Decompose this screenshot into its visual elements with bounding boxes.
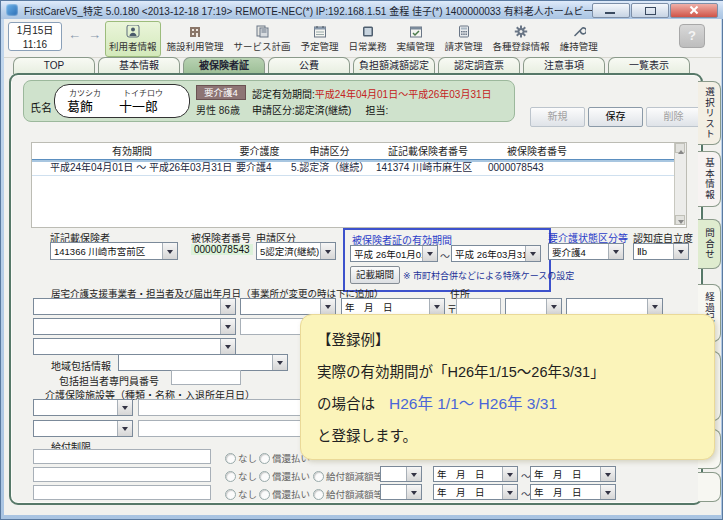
table-scrollbar[interactable]	[674, 143, 686, 225]
toolbar-button-施設利用管理[interactable]: 施設利用管理	[163, 21, 228, 57]
toolbar-button-請求管理[interactable]: 請求管理	[441, 21, 487, 57]
benefit-from-date-2[interactable]: 年 月 日	[433, 466, 518, 482]
scroll-up-icon[interactable]	[675, 143, 685, 153]
application-class: 申請区分:認定済(継続)担当:	[252, 102, 388, 117]
application-select[interactable]: 5認定済(継続)	[256, 242, 336, 260]
benefit-none-radio-1[interactable]: なし	[225, 451, 257, 465]
scroll-down-icon[interactable]	[675, 215, 685, 225]
table-cell: 要介護4	[232, 160, 287, 175]
benefit-field-3[interactable]	[33, 485, 211, 500]
care-level-badge: 要介護4	[196, 85, 246, 100]
minimize-button[interactable]	[592, 3, 630, 18]
toolbar-button-利用者情報[interactable]: 利用者情報	[105, 21, 161, 57]
tab-strip: TOP基本情報被保険者証公費負担額減額認定認定調査票注意事項一覧表示	[13, 57, 690, 74]
tab-被保険者証[interactable]: 被保険者証	[183, 57, 265, 74]
back-arrow-icon[interactable]: ←	[68, 27, 81, 42]
plan-document-icon	[255, 25, 269, 39]
support-office-select-1[interactable]	[33, 298, 236, 315]
support-office-select-3[interactable]	[33, 338, 236, 355]
note-line2: の場合はH26年 1/1～ H26年 3/31	[317, 389, 698, 421]
insurance-history-table[interactable]: 有効期間要介護度申請区分証記載保険者番号被保険者番号 平成24年04月01日 ～…	[31, 142, 687, 228]
tab-認定調査票[interactable]: 認定調査票	[438, 57, 520, 74]
datetime-display: 1月15日 11:16	[8, 22, 62, 51]
app-icon	[6, 4, 18, 16]
tab-負担額減額認定[interactable]: 負担額減額認定	[353, 57, 435, 74]
benefit-field-1[interactable]	[33, 449, 211, 464]
toolbar-button-label: 各種登録情報	[493, 39, 550, 53]
daily-work-icon	[361, 25, 375, 39]
table-header-cell: 証記載保険者番号	[372, 143, 484, 159]
kisai-period-button[interactable]: 記載期間	[350, 266, 400, 284]
billing-calculator-icon	[457, 25, 471, 39]
tab-一覧表示[interactable]: 一覧表示	[608, 57, 690, 74]
validity-to-select[interactable]: 平成 26年03月31日	[451, 245, 541, 262]
side-tab-empty[interactable]	[698, 472, 721, 502]
benefit-reduction-radio-3[interactable]: 給付額減額等	[313, 487, 383, 501]
benefit-none-radio-2[interactable]: なし	[225, 469, 257, 483]
toolbar-button-label: 施設利用管理	[167, 39, 224, 53]
support-staff-select-1[interactable]	[240, 298, 336, 315]
tab-公費[interactable]: 公費	[268, 57, 350, 74]
schedule-calendar-icon	[313, 25, 327, 39]
save-button[interactable]: 保存	[588, 107, 643, 127]
wrench-icon	[572, 25, 586, 39]
benefit-reduction-select-3[interactable]	[380, 484, 422, 500]
side-tab-基本情報[interactable]: 基本情報	[698, 151, 721, 207]
toolbar-button-維持管理[interactable]: 維持管理	[556, 21, 602, 57]
insurer-select[interactable]: 141366 川崎市宮前区	[50, 242, 178, 260]
tab-基本情報[interactable]: 基本情報	[98, 57, 180, 74]
support-office-select-2[interactable]	[33, 318, 236, 335]
registration-example-note: 【登録例】 実際の有効期間が「H26年1/15～26年3/31」 の場合はH26…	[300, 314, 715, 460]
tab-注意事項[interactable]: 注意事項	[523, 57, 605, 74]
toolbar-button-予定管理[interactable]: 予定管理	[297, 21, 343, 57]
table-row[interactable]: 平成24年04月01日 ～ 平成26年03月31日要介護45.認定済（継続）14…	[32, 160, 686, 176]
note-line3: と登録します。	[317, 421, 698, 453]
table-header-cell: 被保険者番号	[484, 143, 590, 159]
validity-from-select[interactable]: 平成 26年01月01日	[350, 245, 438, 262]
insured-no-label: 被保険者番号	[191, 230, 251, 245]
benefit-reduction-select-2[interactable]	[380, 466, 422, 482]
dementia-select[interactable]: Ⅱb	[633, 243, 689, 260]
delete-button[interactable]: 削除	[646, 107, 701, 127]
chiiki-select[interactable]	[118, 354, 288, 371]
building-icon	[188, 25, 202, 39]
benefit-reimburse-radio-3[interactable]: 償還払い	[259, 487, 310, 501]
toolbar-button-サービス計画[interactable]: サービス計画	[230, 21, 295, 57]
benefit-field-2[interactable]	[33, 467, 211, 482]
toolbar-button-日常業務[interactable]: 日常業務	[345, 21, 391, 57]
title-bar: FirstCareV5_特定 5.0.180 <2013-12-18 17:19…	[1, 1, 723, 19]
benefit-to-date-2[interactable]: 年 月 日	[530, 466, 616, 482]
certification-period: 認定有効期間:平成24年04月01日～平成26年03月31日	[252, 86, 492, 101]
postal-code-field[interactable]	[456, 298, 501, 315]
tab-TOP[interactable]: TOP	[13, 57, 95, 74]
address-pref-select[interactable]	[505, 298, 562, 315]
benefit-reimburse-radio-2[interactable]: 償還払い	[259, 469, 310, 483]
houkatsu-no-field[interactable]	[171, 370, 241, 385]
benefit-reduction-radio-2[interactable]: 給付額減額等	[313, 469, 383, 483]
toolbar-button-各種登録情報[interactable]: 各種登録情報	[489, 21, 554, 57]
address-city-select[interactable]	[566, 298, 663, 315]
patient-mei: 十一郎	[119, 96, 158, 115]
facility-type-select-2[interactable]	[33, 420, 133, 437]
benefit-to-date-3[interactable]: 年 月 日	[530, 484, 616, 500]
close-button[interactable]	[670, 3, 718, 18]
support-date-select-1[interactable]: 年 月 日	[341, 298, 445, 315]
side-tab-選択リスト[interactable]: 選択リスト	[698, 81, 721, 145]
care-level-select[interactable]: 要介護4	[548, 243, 624, 260]
table-header: 有効期間要介護度申請区分証記載保険者番号被保険者番号	[32, 143, 686, 160]
facility-type-select-1[interactable]	[33, 399, 133, 416]
table-header-cell: 有効期間	[32, 143, 232, 159]
forward-arrow-icon[interactable]: →	[88, 27, 101, 42]
benefit-from-date-3[interactable]: 年 月 日	[433, 484, 518, 500]
side-tab-問合せ[interactable]: 問合せ	[698, 219, 721, 269]
houkatsu-label: 包括担当者専門員番号	[59, 373, 159, 388]
maximize-button[interactable]	[631, 3, 669, 18]
toolbar-button-実績管理[interactable]: 実績管理	[393, 21, 439, 57]
help-button[interactable]: ?	[679, 24, 705, 48]
insured-no-value: 0000078543	[191, 244, 253, 255]
toolbar-button-label: 請求管理	[445, 39, 483, 53]
validity-note: ※ 市町村合併などによる特殊ケースの設定	[403, 269, 574, 282]
benefit-none-radio-3[interactable]: なし	[225, 487, 257, 501]
new-button[interactable]: 新規	[530, 107, 585, 127]
table-body: 平成24年04月01日 ～ 平成26年03月31日要介護45.認定済（継続）14…	[32, 160, 686, 176]
